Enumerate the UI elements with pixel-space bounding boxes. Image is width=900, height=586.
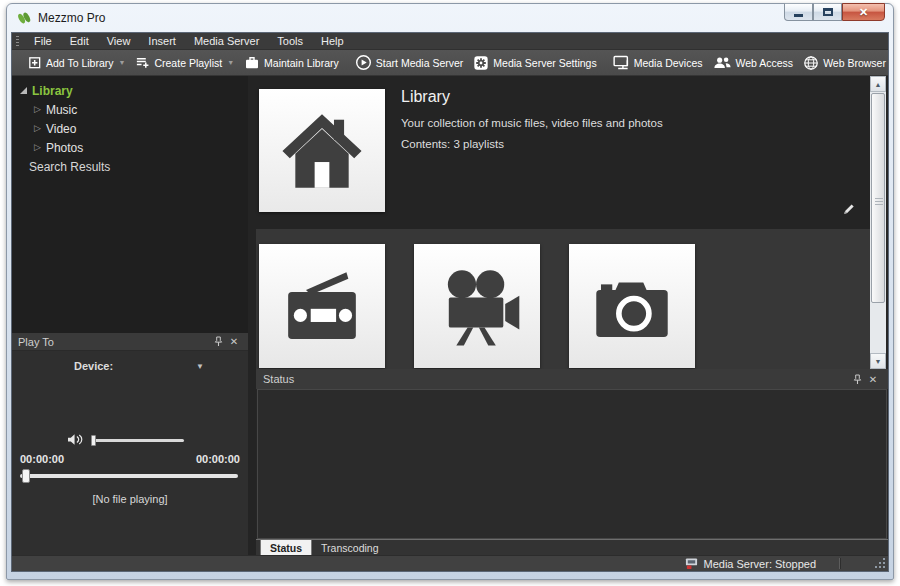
resize-grip[interactable] (875, 558, 885, 568)
tree-collapsed-icon[interactable]: ▷ (34, 124, 41, 133)
volume-slider-thumb[interactable] (91, 435, 96, 446)
tree-search-results-label: Search Results (29, 160, 110, 174)
status-panel-title: Status (263, 373, 294, 385)
minimize-button[interactable] (784, 3, 813, 21)
media-devices-icon (613, 55, 630, 70)
tree-item-search-results[interactable]: Search Results (12, 157, 248, 176)
tile-music[interactable] (259, 244, 385, 368)
tree-item-video[interactable]: ▷ Video (12, 119, 248, 138)
tree-library-label: Library (32, 84, 73, 98)
web-access-icon (713, 56, 732, 70)
library-tiles (256, 229, 870, 369)
scrollbar-thumb[interactable] (871, 93, 885, 303)
start-media-server-icon (355, 54, 372, 71)
menu-insert[interactable]: Insert (139, 33, 185, 49)
app-window: Mezzmo Pro ✕ File Edit View Insert Media… (6, 3, 894, 580)
menu-view[interactable]: View (98, 33, 140, 49)
main-scrollbar[interactable]: ▲ ▼ (870, 76, 886, 369)
media-server-settings-icon (473, 55, 489, 71)
window-controls: ✕ (784, 3, 885, 21)
library-header: Library Your collection of music files, … (256, 76, 870, 229)
tree-item-library[interactable]: Library (12, 81, 248, 100)
create-playlist-label: Create Playlist (154, 57, 222, 69)
seek-slider-thumb[interactable] (22, 469, 30, 483)
photo-camera-icon (585, 259, 679, 353)
create-playlist-button[interactable]: Create Playlist ▼ (130, 52, 239, 74)
menu-tools[interactable]: Tools (268, 33, 312, 49)
tree-collapsed-icon[interactable]: ▷ (34, 143, 41, 152)
pin-icon[interactable] (849, 372, 865, 386)
volume-slider[interactable] (92, 439, 184, 442)
media-server-settings-label: Media Server Settings (493, 57, 596, 69)
library-home-tile[interactable] (259, 89, 385, 212)
play-to-title: Play To (18, 336, 54, 348)
tree-collapsed-icon[interactable]: ▷ (34, 105, 41, 114)
total-time: 00:00:00 (196, 453, 240, 465)
home-icon (276, 105, 368, 197)
seek-slider[interactable] (20, 474, 238, 478)
page-description: Your collection of music files, video fi… (401, 117, 663, 129)
titlebar[interactable]: Mezzmo Pro ✕ (7, 4, 893, 32)
menubar-grip-handle[interactable] (16, 36, 19, 47)
time-row: 00:00:00 00:00:00 (20, 453, 240, 465)
tree-item-photos[interactable]: ▷ Photos (12, 138, 248, 157)
page-title: Library (401, 88, 450, 106)
start-media-server-button[interactable]: Start Media Server (350, 52, 469, 74)
library-tree: Library ▷ Music ▷ Video ▷ Photos (12, 76, 248, 333)
menu-help[interactable]: Help (312, 33, 353, 49)
server-status-icon (685, 557, 698, 570)
radio-icon (275, 259, 369, 353)
chevron-down-icon: ▼ (227, 59, 234, 66)
device-dropdown[interactable]: ▼ (196, 362, 204, 371)
web-browser-label: Web Browser (823, 57, 886, 69)
play-to-panel: Play To ✕ Device: ▼ (12, 333, 248, 555)
pin-icon[interactable] (210, 335, 226, 349)
tree-photos-label: Photos (46, 141, 83, 155)
maximize-button[interactable] (813, 3, 842, 21)
media-devices-button[interactable]: Media Devices (608, 52, 708, 74)
elapsed-time: 00:00:00 (20, 453, 64, 465)
scroll-up-icon[interactable]: ▲ (870, 76, 886, 92)
add-to-library-icon (27, 55, 42, 70)
media-server-status: Media Server: Stopped (685, 557, 816, 570)
status-panel-header: Status ✕ (256, 369, 888, 389)
speaker-icon[interactable] (66, 432, 85, 447)
status-panel-body (257, 389, 887, 539)
web-browser-button[interactable]: Web Browser (798, 52, 889, 74)
tree-video-label: Video (46, 122, 76, 136)
maintain-library-button[interactable]: Maintain Library (239, 52, 344, 74)
tree-expanded-icon[interactable] (20, 87, 27, 94)
mezzmo-logo-icon (16, 10, 32, 26)
web-access-button[interactable]: Web Access (708, 52, 799, 74)
window-title: Mezzmo Pro (38, 11, 105, 25)
statusbar-divider (839, 558, 840, 569)
tile-photos[interactable] (569, 244, 695, 368)
scroll-down-icon[interactable]: ▼ (870, 353, 886, 369)
menu-media-server[interactable]: Media Server (185, 33, 268, 49)
menu-edit[interactable]: Edit (61, 33, 98, 49)
tile-video[interactable] (414, 244, 540, 368)
toolbar: Add To Library ▼ Create Playlist ▼ (12, 50, 888, 76)
tree-item-music[interactable]: ▷ Music (12, 100, 248, 119)
panel-splitter[interactable] (248, 76, 256, 555)
panel-close-icon[interactable]: ✕ (226, 335, 242, 349)
device-label: Device: (74, 360, 113, 372)
screen: Mezzmo Pro ✕ File Edit View Insert Media… (0, 0, 900, 586)
contents-count: Contents: 3 playlists (401, 138, 504, 150)
device-row: Device: ▼ (12, 360, 248, 372)
maintain-library-label: Maintain Library (264, 57, 339, 69)
web-browser-icon (803, 55, 819, 71)
window-content: File Edit View Insert Media Server Tools… (11, 32, 889, 572)
pencil-icon[interactable] (841, 202, 856, 217)
tree-music-label: Music (46, 103, 77, 117)
now-playing-text: [No file playing] (12, 493, 248, 505)
start-media-server-label: Start Media Server (376, 57, 464, 69)
scrollbar-grip (875, 198, 883, 205)
volume-row (12, 431, 248, 449)
menu-file[interactable]: File (25, 33, 61, 49)
media-server-settings-button[interactable]: Media Server Settings (468, 52, 601, 74)
add-to-library-button[interactable]: Add To Library ▼ (22, 52, 130, 74)
panel-close-icon[interactable]: ✕ (865, 372, 881, 386)
close-button[interactable]: ✕ (842, 3, 885, 21)
menubar: File Edit View Insert Media Server Tools… (12, 33, 888, 50)
